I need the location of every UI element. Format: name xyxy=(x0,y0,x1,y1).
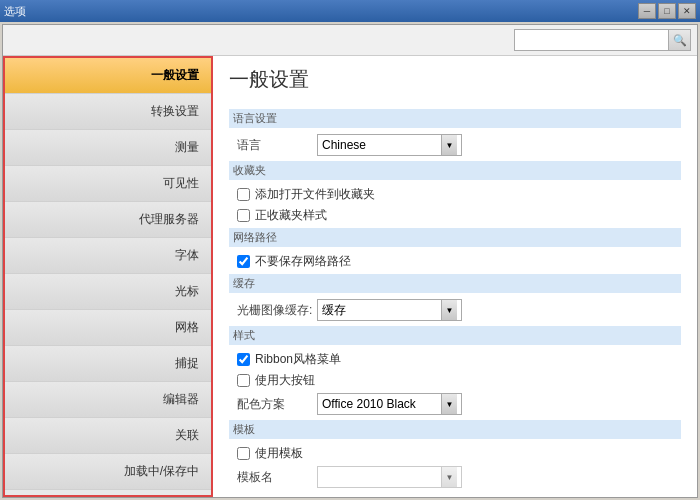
sidebar-item-cursor[interactable]: 光标 xyxy=(5,274,211,310)
style-bigbutton-checkbox[interactable] xyxy=(237,374,250,387)
color-scheme-value: Office 2010 Black xyxy=(322,397,441,411)
template-name-label: 模板名 xyxy=(237,469,317,486)
sidebar-item-label: 一般设置 xyxy=(151,67,199,84)
title-bar: 选项 ─ □ ✕ xyxy=(0,0,700,22)
maximize-button[interactable]: □ xyxy=(658,3,676,19)
sidebar-item-label: 光标 xyxy=(175,283,199,300)
sidebar-item-label: 捕捉 xyxy=(175,355,199,372)
sidebar-item-font[interactable]: 字体 xyxy=(5,238,211,274)
sidebar-item-label: 关联 xyxy=(175,427,199,444)
sidebar-item-label: 加载中/保存中 xyxy=(124,463,199,480)
style-bigbutton-label: 使用大按钮 xyxy=(255,372,315,389)
cache-dropdown[interactable]: 缓存 ▼ xyxy=(317,299,462,321)
section-cache-header: 缓存 xyxy=(229,274,681,293)
section-style-header: 样式 xyxy=(229,326,681,345)
window-title: 选项 xyxy=(4,4,26,19)
language-row: 语言 Chinese ▼ xyxy=(229,134,681,156)
favorites-option1-label: 添加打开文件到收藏夹 xyxy=(255,186,375,203)
window-controls: ─ □ ✕ xyxy=(638,3,696,19)
favorites-option2-checkbox[interactable] xyxy=(237,209,250,222)
sidebar-item-editor[interactable]: 编辑器 xyxy=(5,382,211,418)
close-button[interactable]: ✕ xyxy=(678,3,696,19)
sidebar-item-general[interactable]: 一般设置 xyxy=(5,58,211,94)
content-area: 一般设置 转换设置 测量 可见性 代理服务器 字体 光标 网格 xyxy=(3,56,697,497)
network-option1-checkbox[interactable] xyxy=(237,255,250,268)
language-dropdown-arrow: ▼ xyxy=(441,135,457,155)
template-option1-row: 使用模板 xyxy=(229,445,681,462)
favorites-option1-row: 添加打开文件到收藏夹 xyxy=(229,186,681,203)
sidebar-item-label: 代理服务器 xyxy=(139,211,199,228)
sidebar-item-label: 字体 xyxy=(175,247,199,264)
style-ribbon-label: Ribbon风格菜单 xyxy=(255,351,341,368)
favorites-option2-label: 正收藏夹样式 xyxy=(255,207,327,224)
cache-value: 缓存 xyxy=(322,302,441,319)
style-option1-row: Ribbon风格菜单 xyxy=(229,351,681,368)
template-name-row: 模板名 ▼ xyxy=(229,466,681,488)
network-option1-label: 不要保存网络路径 xyxy=(255,253,351,270)
sidebar-item-label: 可见性 xyxy=(163,175,199,192)
sidebar: 一般设置 转换设置 测量 可见性 代理服务器 字体 光标 网格 xyxy=(3,56,213,497)
sidebar-item-relation[interactable]: 关联 xyxy=(5,418,211,454)
sidebar-item-convert[interactable]: 转换设置 xyxy=(5,94,211,130)
template-use-label: 使用模板 xyxy=(255,445,303,462)
language-dropdown[interactable]: Chinese ▼ xyxy=(317,134,462,156)
search-area: 🔍 xyxy=(3,25,697,56)
search-input-container xyxy=(514,29,669,51)
sidebar-item-loading[interactable]: 加载中/保存中 xyxy=(5,454,211,490)
sidebar-item-capture[interactable]: 捕捉 xyxy=(5,346,211,382)
search-input[interactable] xyxy=(519,33,664,47)
sidebar-item-label: 测量 xyxy=(175,139,199,156)
cache-dropdown-arrow: ▼ xyxy=(441,300,457,320)
raster-label: 光栅图像缓存: xyxy=(237,302,317,319)
section-language-header: 语言设置 xyxy=(229,109,681,128)
language-label: 语言 xyxy=(237,137,317,154)
main-panel: 一般设置 语言设置 语言 Chinese ▼ 收藏夹 添加打开文件到收藏夹 正收… xyxy=(213,56,697,497)
template-name-dropdown: ▼ xyxy=(317,466,462,488)
main-window: 🔍 一般设置 转换设置 测量 可见性 代理服务器 字体 xyxy=(2,24,698,498)
sidebar-item-label: 编辑器 xyxy=(163,391,199,408)
section-template-header: 模板 xyxy=(229,420,681,439)
color-scheme-dropdown-arrow: ▼ xyxy=(441,394,457,414)
style-option2-row: 使用大按钮 xyxy=(229,372,681,389)
favorites-option2-row: 正收藏夹样式 xyxy=(229,207,681,224)
sidebar-item-visibility[interactable]: 可见性 xyxy=(5,166,211,202)
panel-title: 一般设置 xyxy=(229,66,681,97)
favorites-option1-checkbox[interactable] xyxy=(237,188,250,201)
template-use-checkbox[interactable] xyxy=(237,447,250,460)
sidebar-item-label: 网格 xyxy=(175,319,199,336)
section-network-header: 网络路径 xyxy=(229,228,681,247)
cache-row: 光栅图像缓存: 缓存 ▼ xyxy=(229,299,681,321)
sidebar-item-measure[interactable]: 测量 xyxy=(5,130,211,166)
sidebar-item-label: 转换设置 xyxy=(151,103,199,120)
style-ribbon-checkbox[interactable] xyxy=(237,353,250,366)
language-value: Chinese xyxy=(322,138,441,152)
section-favorites-header: 收藏夹 xyxy=(229,161,681,180)
template-name-dropdown-arrow: ▼ xyxy=(441,467,457,487)
color-scheme-row: 配色方案 Office 2010 Black ▼ xyxy=(229,393,681,415)
sidebar-item-proxy[interactable]: 代理服务器 xyxy=(5,202,211,238)
sidebar-item-grid[interactable]: 网格 xyxy=(5,310,211,346)
color-scheme-label: 配色方案 xyxy=(237,396,317,413)
network-option1-row: 不要保存网络路径 xyxy=(229,253,681,270)
search-button[interactable]: 🔍 xyxy=(669,29,691,51)
color-scheme-dropdown[interactable]: Office 2010 Black ▼ xyxy=(317,393,462,415)
search-icon: 🔍 xyxy=(673,34,687,47)
minimize-button[interactable]: ─ xyxy=(638,3,656,19)
